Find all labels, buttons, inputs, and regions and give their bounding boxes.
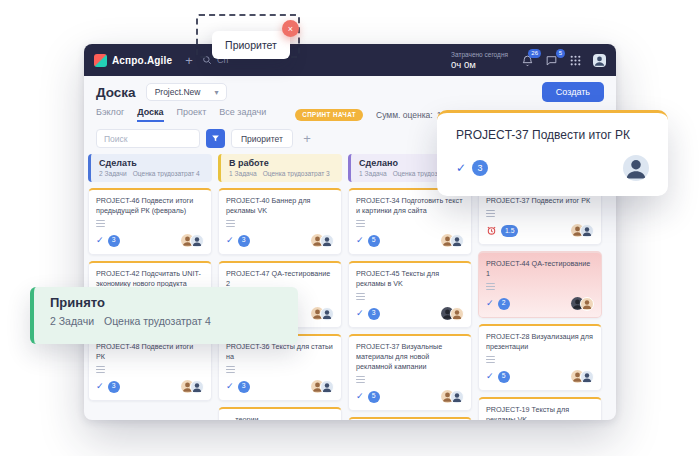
task-check-icon: ✓	[456, 162, 466, 174]
task-check-icon: ✓	[96, 382, 104, 391]
card-key: PROJECT-44	[486, 259, 530, 268]
priority-callout-label: Приоритет	[225, 39, 277, 51]
search-input[interactable]	[96, 129, 200, 148]
task-check-icon: ✓	[356, 392, 364, 401]
description-lines-icon	[356, 220, 365, 227]
column-count: 1 Задача	[359, 170, 387, 177]
tab-0[interactable]: Бэклог	[96, 107, 124, 122]
magnified-card-footer: ✓ 3	[456, 155, 649, 181]
tab-1[interactable]: Доска	[137, 107, 163, 122]
magnified-column-estimate: Оценка трудозатрат 4	[104, 315, 211, 327]
card-title: PROJECT-40 Баннер для рекламы VK	[226, 196, 334, 216]
apps-grid-icon	[569, 54, 582, 67]
card-avatars	[441, 307, 464, 321]
notifications-button[interactable]: 26	[521, 54, 534, 67]
messages-button[interactable]: 5	[545, 54, 558, 67]
card-title: PROJECT-34 Подготовить текст и картинки …	[356, 196, 464, 216]
magnified-column-count: 2 Задачи	[50, 315, 94, 327]
top-navbar: Аспро.Agile + Сп Затрачено сегодня 0ч 0м…	[84, 44, 616, 76]
description-lines-icon	[486, 356, 495, 363]
task-card-PROJECT-23[interactable]: PROJECT-23 Итоги РК✓6	[348, 417, 472, 420]
time-tracker-value: 0ч 0м	[451, 59, 508, 70]
description-lines-icon	[356, 293, 365, 300]
filter-chip-priority[interactable]: Приоритет	[231, 129, 293, 148]
card-key: PROJECT-46	[96, 196, 140, 205]
tab-2[interactable]: Проект	[177, 107, 207, 122]
avatar	[450, 234, 464, 248]
task-card-PROJECT-37[interactable]: PROJECT-37 Визуальные материалы для ново…	[348, 334, 472, 411]
magnified-task-card[interactable]: PROJECT-37 Подвести итог РК ✓ 3	[437, 110, 668, 196]
avatar	[450, 307, 464, 321]
card-avatars	[441, 390, 464, 404]
card-avatars	[181, 380, 204, 394]
task-card-PROJECT-46[interactable]: PROJECT-46 Подвести итоги предыдущей РК …	[88, 188, 212, 255]
tab-3[interactable]: Все задачи	[219, 107, 266, 122]
project-select-value: Project.New	[155, 87, 201, 97]
filter-button[interactable]	[206, 129, 225, 148]
card-key: PROJECT-37	[356, 342, 400, 351]
task-check-icon: ✓	[486, 372, 494, 381]
card-title: PROJECT-28 Визуализация для презентации	[486, 332, 594, 352]
card-avatars	[181, 234, 204, 248]
task-card-PROJECT-45[interactable]: PROJECT-45 Тексты для рекламы в VK✓3	[348, 261, 472, 328]
card-avatars	[311, 234, 334, 248]
card-avatars	[571, 224, 594, 238]
card-key: PROJECT-47	[226, 269, 270, 278]
column-estimate: Оценка трудозатрат 4	[133, 170, 200, 177]
magnified-column-header: Принято 2 Задачи Оценка трудозатрат 4	[30, 287, 298, 344]
task-check-icon: ✓	[226, 382, 234, 391]
card-title: PROJECT-44 QA-тестирование 1	[486, 259, 594, 279]
task-check-icon: ✓	[356, 236, 364, 245]
card-avatars	[571, 370, 594, 384]
column-header: Сделать2 ЗадачиОценка трудозатрат 4	[88, 154, 212, 182]
estimate-badge: 3	[368, 308, 380, 320]
apps-menu-button[interactable]	[569, 54, 582, 67]
card-title: PROJECT-19 Тексты для рекламы VK	[486, 405, 594, 420]
logo-label: Аспро.Agile	[112, 55, 172, 66]
card-footer: ✓3	[96, 380, 204, 394]
quick-add-icon[interactable]: +	[185, 54, 193, 67]
avatar	[320, 307, 334, 321]
description-lines-icon	[96, 220, 105, 227]
task-check-icon: ✓	[226, 236, 234, 245]
card-key: PROJECT-19	[486, 405, 530, 414]
card-title: PROJECT-42 Подсчитать UNIT-экономику нов…	[96, 269, 204, 289]
card-key: PROJECT-28	[486, 332, 530, 341]
card-footer: ✓3	[226, 234, 334, 248]
task-card-PROJECT-28[interactable]: PROJECT-28 Визуализация для презентации✓…	[478, 324, 602, 391]
task-card-PROJECT-19[interactable]: PROJECT-19 Тексты для рекламы VK✓5	[478, 397, 602, 420]
card-title: PROJECT-45 Тексты для рекламы в VK	[356, 269, 464, 289]
avatar	[320, 380, 334, 394]
priority-callout: Приоритет	[212, 31, 290, 59]
close-icon[interactable]: ×	[282, 20, 299, 37]
card-footer: ✓5	[486, 370, 594, 384]
card-title: PROJECT-48 Подвести итоги РК	[96, 342, 204, 362]
task-card-PROJECT-40[interactable]: PROJECT-40 Баннер для рекламы VK✓3	[218, 188, 342, 255]
estimate-badge: 3	[238, 381, 250, 393]
magnified-column-title: Принято	[50, 295, 282, 310]
card-avatars	[571, 297, 594, 311]
create-button[interactable]: Создать	[542, 82, 604, 102]
app-logo[interactable]: Аспро.Agile	[94, 54, 172, 67]
column-header: В работе1 ЗадачаОценка трудозатрат 3	[218, 154, 342, 182]
description-lines-icon	[226, 220, 235, 227]
estimate-badge: 5	[498, 371, 510, 383]
avatar	[580, 224, 594, 238]
description-lines-icon	[356, 376, 365, 383]
estimate-badge: 3	[108, 235, 120, 247]
user-avatar[interactable]	[593, 54, 606, 67]
description-lines-icon	[226, 366, 235, 373]
card-footer: ✓5	[356, 234, 464, 248]
task-card-PROJECT-44[interactable]: PROJECT-44 QA-тестирование 1✓2	[478, 251, 602, 318]
card-footer: ✓3	[356, 307, 464, 321]
project-select[interactable]: Project.New ▾	[146, 83, 228, 101]
estimate-badge: 5	[368, 235, 380, 247]
page-root: Аспро.Agile + Сп Затрачено сегодня 0ч 0м…	[0, 0, 700, 456]
add-filter-icon[interactable]: +	[299, 131, 315, 146]
task-card-PROJECT-34[interactable]: PROJECT-34 Подготовить текст и картинки …	[348, 188, 472, 255]
task-card-PROJECT-37[interactable]: PROJECT-37 Подвести итог РК1.5	[478, 188, 602, 245]
task-card-fragment[interactable]: … теории✓3	[218, 407, 342, 420]
card-title: PROJECT-37 Подвести итог РК	[486, 196, 594, 206]
alarm-clock-icon	[486, 225, 497, 236]
navbar-right: Затрачено сегодня 0ч 0м 26 5	[451, 51, 606, 70]
